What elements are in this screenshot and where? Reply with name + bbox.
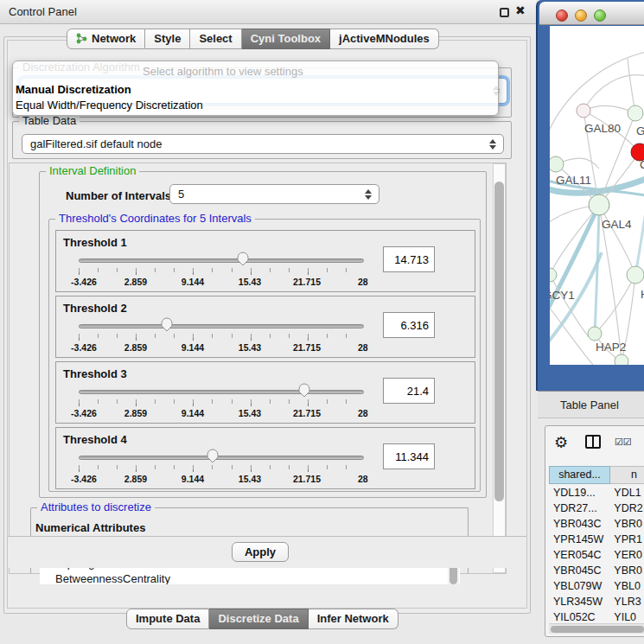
node-label-gcy1: GCY1 [550,289,575,302]
vertical-scrollbar[interactable] [493,163,506,573]
tab-network-label: Network [92,32,136,45]
node-label-gal80: GAL80 [584,122,621,135]
threshold-slider: -3.426 2.859 9.144 15.43 21.715 28 [79,253,364,291]
threshold-value-field[interactable] [383,443,435,469]
control-panel-titlebar: Control Panel ✖ [0,0,536,24]
table-panel-title: Table Panel [560,399,619,411]
slider-track[interactable] [79,324,364,328]
numerical-attributes-label: Numerical Attributes [35,521,145,534]
slider-thumb-icon[interactable] [161,317,173,332]
table-data-title: Table Data [19,114,80,127]
node-gal11[interactable] [550,156,564,172]
threshold-value-field[interactable] [383,378,435,404]
table-row[interactable]: YDR27...YDR2 [549,501,644,516]
list-item[interactable]: BetweennessCentrality [40,571,460,584]
table-header-row: shared... n [549,466,644,484]
column-header-shared[interactable]: shared... [549,466,610,484]
tab-cyni-toolbox[interactable]: Cyni Toolbox [242,29,330,49]
interval-definition-title: Interval Definition [46,164,139,177]
column-header-name[interactable]: n [610,466,644,484]
threshold-panel: Threshold 3 -3.426 2.859 9.144 15.43 21.… [55,361,475,424]
threshold-panel: Threshold 1 -3.426 2.859 9.144 15.43 21.… [55,230,475,292]
table-row[interactable]: YLR345WYLR3 [549,594,644,609]
zoom-traffic-light-icon[interactable] [594,10,606,22]
minimize-traffic-light-icon[interactable] [575,10,587,22]
network-graph: GAL80 GA C GAL11 GAL4 GCY1 H HAP2 [550,26,644,365]
node-top-right[interactable] [628,105,643,121]
bottom-tab-bar: Impute Data Discretize Data Infer Networ… [126,609,399,629]
apply-row: Apply [8,536,526,568]
threshold-label: Threshold 1 [63,236,127,249]
node-label-partial-low: H [641,288,644,301]
node-label-partial-mid: C [640,158,644,171]
threshold-label: Threshold 3 [63,367,127,380]
threshold-panel: Threshold 2 -3.426 2.859 9.144 15.43 21.… [55,296,475,358]
table-row[interactable]: YPR145WYPR1 [549,532,644,547]
table-data-group: Table Data galFiltered.sif default node [12,121,512,159]
slider-thumb-icon[interactable] [207,449,219,463]
stepper-icon [489,139,496,150]
table-row[interactable]: YBR045CYBR0 [549,563,644,578]
network-icon [76,31,87,50]
popup-option-manual-discretization[interactable]: Manual Discretization [16,83,131,96]
gear-icon[interactable]: ⚙ [554,433,568,451]
table-panel-header: Table Panel [538,391,644,418]
table-panel-card: ⚙ ☑☑ shared... n YDL19...YDL1 YDR27...YD… [545,425,644,637]
table-row[interactable]: YER054CYER0 [549,547,644,563]
node-label-hap2: HAP2 [596,341,626,354]
slider-thumb-icon[interactable] [237,252,249,266]
tab-infer-network[interactable]: Infer Network [309,609,399,629]
slider-track[interactable] [79,456,364,460]
node-label-gal4: GAL4 [602,218,632,231]
tab-jactivemnodules[interactable]: jActiveMNodules [330,29,439,49]
node-right-mid[interactable] [627,266,644,284]
table-row[interactable]: YIL052CYIL0 [549,609,644,623]
network-view-window: GAL80 GA C GAL11 GAL4 GCY1 H HAP2 [536,0,644,391]
threshold-value-field[interactable] [383,246,435,272]
split-columns-icon[interactable] [585,435,601,449]
node-bottom[interactable] [615,354,628,365]
threshold-label: Threshold 4 [63,433,127,446]
close-icon[interactable]: ✖ [515,3,526,17]
close-traffic-light-icon[interactable] [556,10,568,22]
tab-impute-data[interactable]: Impute Data [126,609,209,629]
threshold-panel: Threshold 4 -3.426 2.859 9.144 15.43 21.… [55,427,475,489]
threshold-slider: -3.426 2.859 9.144 15.43 21.715 28 [79,450,364,488]
slider-thumb-icon[interactable] [298,383,310,398]
tab-network[interactable]: Network [67,29,145,49]
tab-select[interactable]: Select [190,29,241,49]
tab-discretize-data[interactable]: Discretize Data [209,609,308,629]
network-window-titlebar[interactable] [539,2,644,25]
horizontal-scrollbar-thumb[interactable] [551,626,644,633]
slider-track[interactable] [79,390,364,394]
float-window-icon[interactable] [500,8,509,17]
node-gal4[interactable] [589,194,609,215]
node-label-gal11: GAL11 [556,174,591,187]
tab-style[interactable]: Style [145,29,190,49]
table-row[interactable]: YBR043CYBR0 [549,516,644,532]
node-gal80[interactable] [577,104,590,118]
table-data-combobox[interactable]: galFiltered.sif default node [22,134,504,154]
horizontal-scrollbar[interactable] [549,623,644,634]
checkbox-pair-icon[interactable]: ☑☑ [615,437,632,448]
apply-button[interactable]: Apply [232,542,289,562]
stepper-icon [365,189,372,200]
number-of-intervals-value: 5 [178,188,184,201]
slider-tick-labels: -3.426 2.859 9.144 15.43 21.715 28 [79,277,364,287]
slider-track[interactable] [79,258,364,263]
table-row[interactable]: YBL079WYBL0 [549,578,644,594]
threshold-label: Threshold 2 [63,302,127,315]
vertical-scrollbar-thumb[interactable] [494,182,504,501]
table-row[interactable]: YDL19...YDL1 [549,485,644,501]
node-gcy1[interactable] [550,268,557,282]
threshold-value-field[interactable] [383,312,435,338]
popup-option-equal-width-frequency[interactable]: Equal Width/Frequency Discretization [16,99,203,112]
node-hap2[interactable] [588,327,602,341]
attributes-group-title: Attributes to discretize [37,501,155,513]
threshold-slider: -3.426 2.859 9.144 15.43 21.715 28 [79,385,364,423]
number-of-intervals-combobox[interactable]: 5 [169,184,379,204]
algorithm-dropdown-popup: Select algorithm to view settings Manual… [12,61,499,116]
panel-title: Control Panel [9,5,77,18]
network-canvas[interactable]: GAL80 GA C GAL11 GAL4 GCY1 H HAP2 [550,26,644,365]
thresholds-group-title: Threshold's Coordinates for 5 Intervals [55,212,255,225]
